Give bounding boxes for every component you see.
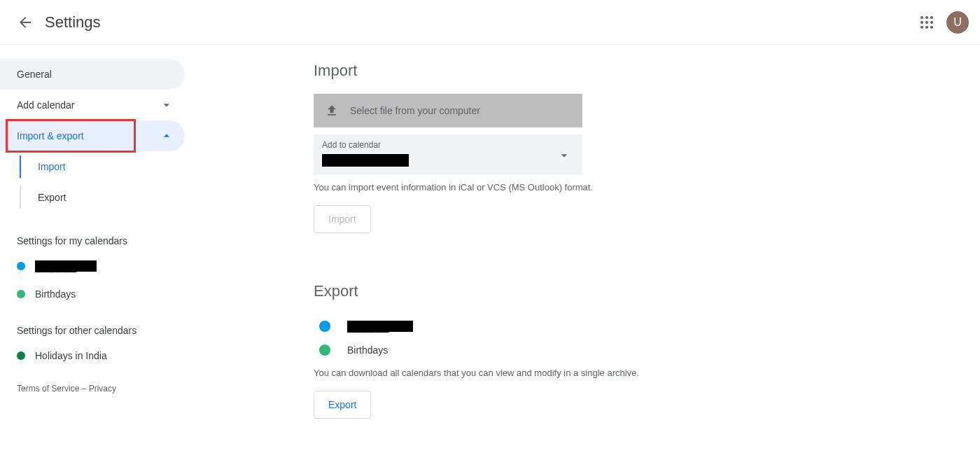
import-button[interactable]: Import: [314, 205, 371, 233]
sidebar-item-add-calendar[interactable]: Add calendar: [0, 90, 185, 120]
footer-links: Terms of Service – Privacy: [0, 370, 185, 407]
settings-sidebar: General Add calendar Import & export Imp…: [0, 45, 185, 453]
sidebar-item-label: Import & export: [17, 130, 84, 141]
privacy-link[interactable]: Privacy: [89, 384, 116, 393]
upload-icon: [325, 104, 339, 118]
sidebar-item-label: Add calendar: [17, 99, 75, 111]
my-calendar-item[interactable]: ██████: [0, 252, 185, 280]
calendar-color-dot: [319, 344, 330, 356]
sidebar-subitem-import[interactable]: Import: [0, 151, 185, 182]
google-apps-button[interactable]: [913, 8, 941, 36]
select-file-button[interactable]: Select file from your computer: [314, 94, 582, 127]
calendar-color-dot: [17, 351, 25, 360]
export-section: Export ██████ Birthdays You can download…: [314, 282, 980, 419]
page-title: Settings: [45, 13, 101, 32]
export-calendar-row: ██████: [314, 314, 980, 338]
calendar-name-redacted: ██████: [347, 321, 413, 332]
calendar-name: Birthdays: [347, 344, 388, 356]
import-section: Import Select file from your computer Ad…: [314, 62, 980, 233]
chevron-down-icon: [160, 98, 174, 112]
other-calendar-item[interactable]: Holidays in India: [0, 342, 185, 370]
sidebar-item-import-export[interactable]: Import & export: [0, 120, 185, 151]
sidebar-subitem-export[interactable]: Export: [0, 182, 185, 213]
sidebar-item-label: General: [17, 69, 52, 80]
other-calendars-heading: Settings for other calendars: [0, 308, 185, 342]
sidebar-item-label: Export: [38, 192, 66, 203]
calendar-name-redacted: ██████: [35, 260, 97, 272]
arrow-left-icon: [17, 14, 34, 31]
import-help-text: You can import event information in iCal…: [314, 182, 980, 193]
chevron-up-icon: [160, 129, 174, 143]
export-help-text: You can download all calendars that you …: [314, 368, 980, 378]
apps-grid-icon: [920, 16, 933, 29]
export-calendar-row: Birthdays: [314, 338, 980, 362]
export-title: Export: [314, 282, 980, 300]
dropdown-label: Add to calendar: [322, 140, 574, 150]
calendar-color-dot: [17, 290, 25, 298]
terms-link[interactable]: Terms of Service: [17, 384, 79, 393]
account-avatar[interactable]: U: [946, 11, 969, 34]
dropdown-arrow-icon: [557, 148, 571, 162]
sidebar-item-general[interactable]: General: [0, 59, 185, 90]
calendar-color-dot: [319, 321, 330, 332]
main-content: Import Select file from your computer Ad…: [185, 45, 980, 453]
app-header: Settings U: [0, 0, 980, 45]
dropdown-value-redacted: ██████: [322, 154, 409, 167]
sidebar-item-label: Import: [38, 161, 66, 172]
select-file-label: Select file from your computer: [350, 105, 480, 116]
import-title: Import: [314, 62, 980, 80]
export-button[interactable]: Export: [314, 391, 371, 419]
my-calendars-heading: Settings for my calendars: [0, 218, 185, 252]
calendar-name: Birthdays: [35, 288, 76, 300]
calendar-name: Holidays in India: [35, 350, 107, 361]
my-calendar-item[interactable]: Birthdays: [0, 280, 185, 308]
back-button[interactable]: [11, 8, 39, 36]
add-to-calendar-dropdown[interactable]: Add to calendar ██████: [314, 134, 582, 175]
calendar-color-dot: [17, 262, 25, 270]
